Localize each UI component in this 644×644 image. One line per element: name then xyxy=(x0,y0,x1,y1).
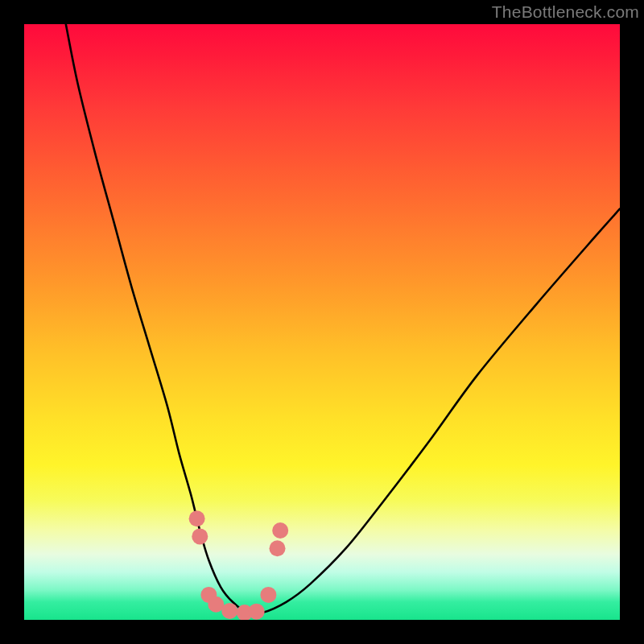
data-marker xyxy=(192,528,208,544)
data-marker xyxy=(249,604,265,620)
bottleneck-curve xyxy=(66,24,620,614)
watermark-text: TheBottleneck.com xyxy=(492,2,639,22)
data-marker xyxy=(221,603,237,619)
curve-layer xyxy=(24,24,620,620)
data-marker xyxy=(189,510,205,526)
data-marker xyxy=(260,587,276,603)
data-marker xyxy=(208,597,224,613)
chart-frame: TheBottleneck.com xyxy=(0,0,644,644)
data-marker xyxy=(272,522,288,539)
plot-area xyxy=(24,24,620,620)
data-marker xyxy=(270,540,286,556)
